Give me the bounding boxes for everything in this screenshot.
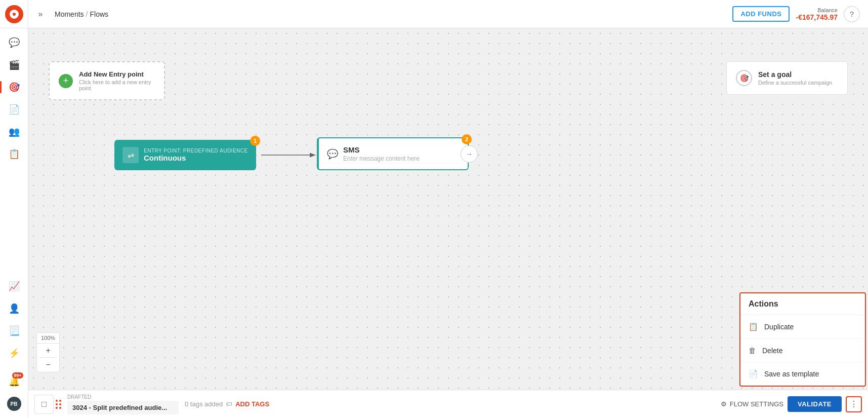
- notification-badge: 99+: [12, 372, 23, 378]
- goal-icon: 🎯: [736, 70, 752, 86]
- sms-subtitle: Enter message content here: [343, 155, 460, 162]
- more-actions-button[interactable]: ⋮: [846, 396, 862, 412]
- tags-count: 0 tags added: [185, 400, 223, 408]
- top-nav-right: ADD FUNDS Balance -€167,745.97 ?: [732, 6, 868, 22]
- balance-section: Balance -€167,745.97: [796, 7, 838, 21]
- sidebar-item-media[interactable]: 🎬: [4, 55, 24, 75]
- delete-label: Delete: [762, 347, 782, 355]
- set-goal-title: Set a goal: [758, 70, 832, 79]
- add-entry-point-node[interactable]: + Add New Entry point Click here to add …: [49, 61, 165, 100]
- zoom-out-button[interactable]: −: [39, 358, 57, 372]
- flow-name-section: DRAFTED: [67, 394, 179, 414]
- flow-settings-label: FLOW SETTINGS: [730, 400, 783, 408]
- sidebar-item-audiences[interactable]: 👤: [4, 298, 24, 319]
- duplicate-action[interactable]: 📋 Duplicate: [740, 315, 865, 339]
- more-icon: ⋮: [850, 399, 858, 409]
- breadcrumb-separator: /: [86, 10, 88, 18]
- top-nav: » Moments / Flows ADD FUNDS Balance -€16…: [0, 0, 868, 28]
- save-template-icon: 📄: [749, 369, 758, 378]
- sms-icon: 💬: [327, 148, 338, 160]
- actions-dropdown-header: Actions: [740, 293, 865, 315]
- breadcrumb-parent: Moments: [55, 10, 84, 18]
- zoom-controls: 100% + −: [36, 332, 60, 372]
- flow-icon-area: □: [34, 395, 61, 414]
- entry-point-icon: ⇌: [122, 147, 139, 163]
- delete-icon: 🗑: [749, 346, 756, 355]
- breadcrumb: Moments / Flows: [51, 10, 732, 18]
- app-logo: [0, 0, 28, 28]
- flow-dots-menu[interactable]: [56, 400, 61, 409]
- tags-section: 0 tags added 🏷 ADD TAGS: [185, 400, 269, 408]
- flow-settings-button[interactable]: ⚙ FLOW SETTINGS: [721, 400, 783, 408]
- sidebar-item-campaigns[interactable]: 🎯: [4, 77, 24, 97]
- left-sidebar: 💬 🎬 🎯 📄 👥 📋 📈 👤 📃 ⚡ 🔔 99+ PB: [0, 28, 28, 418]
- add-funds-button[interactable]: ADD FUNDS: [732, 6, 790, 22]
- flow-canvas[interactable]: + Add New Entry point Click here to add …: [28, 28, 868, 418]
- bottom-bar-right: ⚙ FLOW SETTINGS VALIDATE ⋮: [721, 396, 862, 412]
- settings-icon: ⚙: [721, 400, 727, 408]
- expand-nav-button[interactable]: »: [30, 10, 51, 19]
- balance-label: Balance: [796, 7, 838, 13]
- entry-point-node[interactable]: ⇌ ENTRY POINT: PREDEFINED AUDIENCE Conti…: [114, 140, 256, 170]
- help-button[interactable]: ?: [844, 6, 860, 22]
- set-goal-subtitle: Define a successful campaign: [758, 80, 832, 86]
- flow-type-icon: □: [42, 400, 47, 409]
- add-entry-subtitle: Click here to add a new entry point: [79, 79, 155, 91]
- notifications-button[interactable]: 🔔 99+: [4, 371, 24, 392]
- sidebar-item-registry[interactable]: 📋: [4, 144, 24, 164]
- breadcrumb-current: Flows: [90, 10, 108, 18]
- sidebar-item-contacts[interactable]: 👥: [4, 122, 24, 142]
- add-tags-button[interactable]: ADD TAGS: [235, 400, 269, 408]
- sms-badge: 2: [462, 134, 472, 144]
- sms-node[interactable]: 💬 SMS Enter message content here 2 →: [317, 137, 469, 170]
- flow-status-label: DRAFTED: [67, 394, 179, 400]
- sidebar-item-templates[interactable]: 📄: [4, 99, 24, 120]
- sidebar-item-analytics[interactable]: 📈: [4, 276, 24, 296]
- actions-dropdown: Actions 📋 Duplicate 🗑 Delete 📄 Save as t…: [739, 292, 866, 387]
- flow-name-input[interactable]: [67, 401, 179, 414]
- sidebar-item-messages[interactable]: 💬: [4, 32, 24, 53]
- duplicate-label: Duplicate: [764, 323, 794, 331]
- flow-icon-box: □: [34, 395, 54, 414]
- save-template-action[interactable]: 📄 Save as template: [740, 362, 865, 386]
- entry-point-badge: 1: [250, 136, 260, 146]
- zoom-level: 100%: [37, 333, 59, 344]
- validate-button[interactable]: VALIDATE: [788, 396, 842, 412]
- balance-amount: -€167,745.97: [796, 13, 838, 21]
- bottom-bar: □ DRAFTED 0 tags added 🏷 ADD TAGS ⚙ FLOW…: [28, 390, 868, 418]
- plus-icon: +: [59, 74, 73, 88]
- flow-connector-arrow: [259, 140, 324, 170]
- add-entry-title: Add New Entry point: [79, 70, 155, 78]
- sms-title: SMS: [343, 145, 460, 154]
- sms-next-arrow[interactable]: →: [461, 145, 478, 163]
- tag-icon: 🏷: [226, 400, 232, 408]
- entry-point-label: ENTRY POINT: PREDEFINED AUDIENCE: [144, 148, 248, 154]
- avatar: PB: [7, 397, 21, 411]
- zoom-in-button[interactable]: +: [39, 344, 57, 358]
- sidebar-item-integrations[interactable]: ⚡: [4, 343, 24, 363]
- user-avatar[interactable]: PB: [4, 394, 24, 414]
- entry-point-title: Continuous: [144, 154, 248, 162]
- sidebar-item-lists[interactable]: 📃: [4, 321, 24, 341]
- set-goal-node[interactable]: 🎯 Set a goal Define a successful campaig…: [726, 61, 848, 95]
- logo-circle: [5, 5, 23, 23]
- save-template-label: Save as template: [764, 370, 819, 378]
- delete-action[interactable]: 🗑 Delete: [740, 339, 865, 362]
- duplicate-icon: 📋: [749, 322, 758, 331]
